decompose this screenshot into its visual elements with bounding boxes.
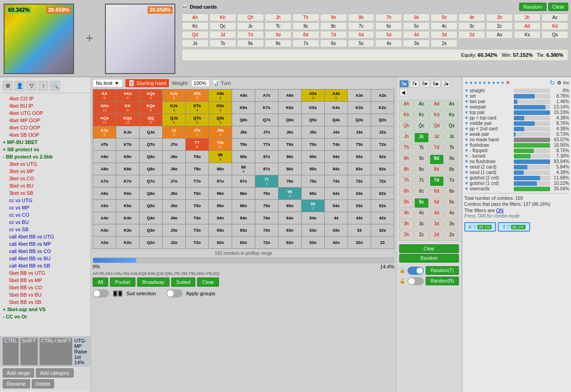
hand-cell-3-6[interactable]: J8s	[232, 126, 255, 138]
dead-card-2c[interactable]: 2c	[486, 22, 513, 30]
turn-card-7c[interactable]: 7c	[414, 176, 428, 186]
turn-card-8s[interactable]: 8s	[445, 165, 459, 175]
hand-cell-9-0[interactable]: A5o	[93, 200, 116, 212]
all-button[interactable]: All	[93, 278, 108, 287]
hand-cell-7-0[interactable]: A7o	[93, 175, 116, 187]
dead-card-Ks[interactable]: Ks	[514, 31, 541, 39]
sidebar-item-4bet-co-ip[interactable]: 4bet CO IP	[0, 95, 90, 102]
sidebar-item-cc-vs-bu[interactable]: cc vs BU	[0, 218, 90, 226]
hand-cell-12-6[interactable]: 82o	[232, 237, 255, 248]
random-button-top[interactable]: Random	[519, 3, 546, 11]
sidebar-item-cc-vs-co[interactable]: cc vs CO	[0, 211, 90, 218]
sidebar-item-call-4bet-bb-vs-sb[interactable]: call 4bet BB vs SB	[0, 262, 90, 269]
hand-cell-8-7[interactable]: 76o	[255, 188, 278, 199]
hand-cell-6-2[interactable]: Q8o	[139, 163, 162, 175]
hand-cell-3-5[interactable]: J9s3	[209, 126, 232, 138]
hand-cell-12-12[interactable]: 22	[371, 237, 394, 248]
dead-card-2h[interactable]: 2h	[514, 14, 541, 21]
hand-cell-10-11[interactable]: 43s	[348, 212, 371, 224]
hand-cell-9-6[interactable]: 85o	[232, 200, 255, 212]
hand-cell-1-3[interactable]: KJs3	[163, 102, 185, 114]
suit-filter-diamond7[interactable]: 7♦	[410, 80, 419, 88]
turn-card-Ac[interactable]: Ac	[414, 100, 428, 110]
hand-cell-12-8[interactable]: 62o	[278, 237, 301, 248]
turn-card-7h[interactable]: 7h	[399, 176, 413, 186]
filter-triangle-oesd-(2-card)[interactable]: ▼	[464, 164, 469, 169]
hand-cell-6-7[interactable]: 87s	[255, 163, 278, 175]
hand-cell-10-12[interactable]: 42s	[371, 212, 394, 224]
hand-cell-10-6[interactable]: 84o	[232, 212, 255, 224]
turn-card-9s[interactable]: 9s	[445, 154, 459, 164]
turn-card-Kd[interactable]: Kd	[430, 111, 444, 121]
turn-card-Qs[interactable]: Qs	[445, 122, 459, 132]
sidebar-item-cc-vs-utg[interactable]: cc vs UTG	[0, 197, 90, 204]
clear-turn-button[interactable]: Clear	[399, 244, 459, 253]
hand-cell-9-2[interactable]: Q5o	[139, 200, 162, 212]
hand-cell-0-1[interactable]: AKs4	[116, 89, 139, 101]
turn-card-Ts[interactable]: Ts	[445, 144, 459, 154]
turn-card-8c[interactable]: 8c	[414, 165, 428, 175]
turn-card-Js[interactable]: Js	[445, 133, 459, 143]
hand-cell-10-7[interactable]: 74o	[255, 212, 278, 224]
sidebar-person-icon[interactable]: 👤	[15, 81, 25, 91]
hand-cell-6-0[interactable]: A8o	[93, 163, 116, 175]
hand-cell-3-4[interactable]: JTs3	[186, 126, 209, 138]
broadway-button[interactable]: Broadway	[137, 278, 169, 287]
hand-cell-4-12[interactable]: T2s	[371, 139, 394, 150]
hand-cell-6-1[interactable]: K8o	[116, 163, 139, 175]
hand-cell-5-7[interactable]: 97s	[255, 151, 278, 163]
dead-card-3c[interactable]: 3c	[458, 22, 485, 30]
dead-card-6d[interactable]: 6d	[348, 31, 375, 39]
hand-cell-9-11[interactable]: 53s	[348, 200, 371, 212]
dead-card-7c[interactable]: 7c	[348, 22, 375, 30]
filter-triangle-overpair[interactable]: ▼	[464, 104, 469, 109]
hand-cell-2-3[interactable]: QJs4	[163, 114, 185, 126]
hand-cell-0-5[interactable]: A9s3	[209, 89, 232, 101]
hand-cell-1-5[interactable]: K9s3	[209, 102, 232, 114]
hand-cell-0-0[interactable]: AA6	[93, 89, 116, 101]
dead-card-3h[interactable]: 3h	[486, 14, 513, 21]
hand-cell-0-9[interactable]: A5s3	[302, 89, 324, 101]
hand-cell-8-0[interactable]: A6o	[93, 188, 116, 199]
hand-cell-8-10[interactable]: 64s	[325, 188, 348, 199]
hand-cell-6-9[interactable]: 85s	[302, 163, 324, 175]
hand-cell-12-2[interactable]: Q2o	[139, 237, 162, 248]
hand-cell-2-0[interactable]: AQo12	[93, 114, 116, 126]
hand-cell-7-6[interactable]: 87o	[232, 175, 255, 187]
turn-card-Kc[interactable]: Kc	[414, 111, 428, 121]
hand-cell-9-1[interactable]: K5o	[116, 200, 139, 212]
sidebar-item-5bet-bb-vs-bu[interactable]: 5bet BB vs BU	[0, 291, 90, 298]
hand-cell-3-12[interactable]: J2s	[371, 126, 394, 138]
hand-cell-12-10[interactable]: 42o	[325, 237, 348, 248]
hand-cell-12-5[interactable]: 92o	[209, 237, 232, 248]
hand-cell-0-6[interactable]: A8s	[232, 89, 255, 101]
turn-card-Th[interactable]: Th	[399, 144, 413, 154]
hand-cell-6-8[interactable]: 86s	[278, 163, 301, 175]
dead-card-8d[interactable]: 8d	[293, 31, 319, 39]
hand-cell-5-10[interactable]: 94s	[325, 151, 348, 163]
dead-card-6c[interactable]: 6c	[375, 22, 402, 30]
dead-card-5s[interactable]: 5s	[348, 40, 375, 47]
sidebar-item-4bet-sb-oop[interactable]: 4bet SB OOP	[0, 131, 90, 139]
lock-icon-1[interactable]: 🔒	[399, 268, 406, 273]
filter-triangle-gutshot-(2-crd)[interactable]: ▼	[464, 175, 469, 180]
hand-cell-8-4[interactable]: T6o	[186, 188, 209, 199]
dead-card-Td[interactable]: Td	[237, 31, 264, 39]
hand-cell-1-11[interactable]: K3s	[348, 102, 371, 114]
hand-cell-10-4[interactable]: T4o	[186, 212, 209, 224]
hand-cell-7-7[interactable]: 773	[255, 175, 278, 187]
dead-card-Ad[interactable]: Ad	[514, 22, 541, 30]
dead-card-Ac[interactable]: Ac	[541, 14, 568, 21]
dead-card-2d[interactable]: 2d	[458, 31, 485, 39]
turn-card-4s[interactable]: 4s	[445, 209, 459, 219]
dead-card-Qh[interactable]: Qh	[237, 14, 264, 21]
sidebar-settings-icon[interactable]: ⚙	[3, 81, 13, 91]
range-matrix-1[interactable]: 60.342% 39.658%	[4, 4, 74, 74]
dead-card-Jh[interactable]: Jh	[265, 14, 292, 21]
hand-cell-3-9[interactable]: J5s	[302, 126, 324, 138]
hand-cell-0-11[interactable]: A3s	[348, 89, 371, 101]
hand-cell-12-4[interactable]: T2o	[186, 237, 209, 248]
hand-cell-2-9[interactable]: Q5s	[302, 114, 324, 126]
hand-cell-2-10[interactable]: Q4s	[325, 114, 348, 126]
hand-cell-3-0[interactable]: AJo9	[93, 126, 116, 138]
